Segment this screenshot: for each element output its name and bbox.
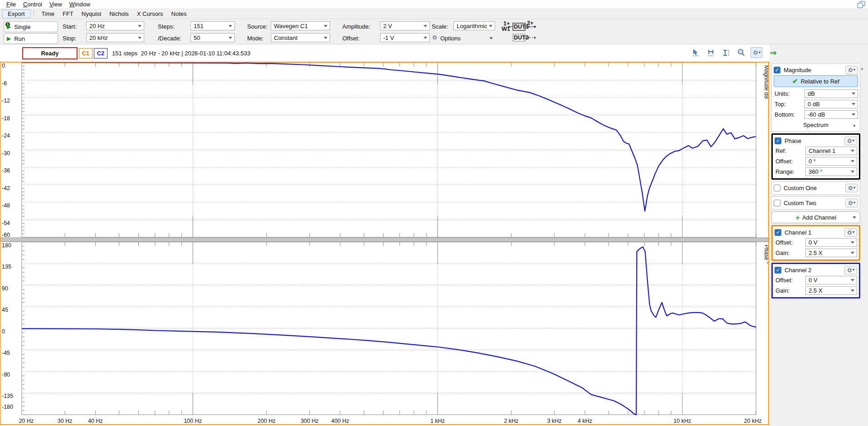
options-dropdown[interactable]: Options	[432, 33, 497, 43]
tab-nyquist[interactable]: Nyquist	[78, 10, 105, 18]
channel1-gain-combo[interactable]: 2.5 X	[805, 249, 857, 257]
svg-text:-12: -12	[2, 98, 10, 104]
single-button[interactable]: ▶1Single	[4, 21, 58, 32]
add-channel-label: Add Channel	[802, 214, 836, 221]
magnitude-title: Magnitude	[784, 67, 842, 73]
phase-checkbox[interactable]: ✓	[775, 137, 781, 144]
zoom-icon[interactable]	[736, 48, 746, 58]
custom-two-panel: Custom Two▾	[771, 196, 860, 210]
menu-window[interactable]: Window	[66, 0, 94, 8]
channel2-checkbox[interactable]: ✓	[775, 267, 781, 274]
workspace: Ready C1 C2 151 steps 20 Hz - 20 kHz | 2…	[0, 44, 868, 426]
magnitude-units-combo[interactable]: dB	[805, 89, 858, 98]
channel1-row: Gain:2.5 X	[775, 248, 857, 258]
vertical-cursor-icon[interactable]	[721, 48, 731, 58]
combo-offset[interactable]: -1 V	[380, 33, 430, 42]
phase-row: Range:360 °	[775, 166, 857, 177]
chevron-down-icon	[324, 37, 327, 39]
chevron-down-icon	[229, 37, 232, 39]
menu-control[interactable]: Control	[20, 0, 46, 8]
phase-ref-combo[interactable]: Channel 1	[805, 147, 857, 155]
chevron-down-icon	[852, 93, 855, 95]
phase-offset-combo[interactable]: 0 °	[805, 157, 857, 166]
field-label-source: Source:	[247, 21, 272, 31]
combo-value: Logarithmic	[457, 23, 487, 29]
combo-mode[interactable]: Constant	[271, 33, 330, 42]
magnitude-panel: ✓Magnitude▾✔Relative to RefUnits:dBTop:0…	[771, 64, 860, 132]
chevron-down-icon	[851, 279, 854, 281]
custom-two-gear-icon[interactable]: ▾	[845, 199, 858, 207]
chevron-down-icon	[851, 289, 854, 292]
combo-scale[interactable]: Logarithmic	[454, 21, 495, 30]
channel1-panel: ✓Channel 1▾Offset:0 VGain:2.5 X	[771, 225, 860, 261]
channel1-gear-icon[interactable]: ▾	[844, 228, 857, 237]
channel2-row-label: Offset:	[775, 277, 804, 284]
plot-settings-gear-icon[interactable]: ▾	[751, 47, 762, 58]
plot-splitter-handle[interactable]	[0, 238, 770, 242]
scroll-up-icon[interactable]: ▲	[860, 66, 864, 71]
chevron-down-icon	[229, 25, 232, 27]
magnitude-c2-c1-curve	[22, 63, 756, 211]
combo-steps[interactable]: 151	[190, 21, 235, 30]
svg-text:90: 90	[2, 285, 8, 292]
channel2-title: Channel 2	[785, 267, 841, 274]
combo-start[interactable]: 20 Hz	[86, 21, 144, 30]
float-window-icon[interactable]	[856, 0, 866, 9]
collapse-panel-icon[interactable]: ⇒	[770, 48, 776, 58]
phase-gear-icon[interactable]: ▾	[844, 137, 857, 145]
magnitude-gear-icon[interactable]: ▾	[845, 66, 858, 74]
status-bar: Ready C1 C2 151 steps 20 Hz - 20 kHz | 2…	[0, 44, 770, 62]
combo-value: 50	[194, 34, 200, 41]
channel1-status-badge[interactable]: C1	[79, 48, 93, 59]
chevron-down-icon	[138, 37, 141, 39]
channel1-row-label: Gain:	[775, 250, 804, 256]
tab-x-cursors[interactable]: X Cursors	[133, 10, 167, 18]
export-button[interactable]: Export	[2, 10, 31, 18]
phase-c2-vs-c1-curve	[22, 247, 756, 415]
custom-one-header: Custom One▾	[774, 183, 858, 193]
status-badge: Ready	[22, 47, 78, 59]
custom-one-checkbox[interactable]	[774, 185, 780, 191]
channel2-row: Gain:2.5 X	[775, 285, 857, 296]
tab-notes[interactable]: Notes	[167, 10, 191, 18]
magnitude-bottom-combo[interactable]: -60 dB	[805, 110, 858, 119]
spectrum-section-toggle[interactable]: Spectrum▾	[774, 120, 858, 130]
channel2-status-badge[interactable]: C2	[94, 48, 107, 59]
sweep-info-text: 151 steps 20 Hz - 20 kHz | 2026-01-10 11…	[112, 50, 250, 57]
magnitude-row-label: Top:	[774, 101, 803, 108]
tab-nichols[interactable]: Nichols	[105, 10, 133, 18]
custom-two-checkbox[interactable]	[774, 200, 780, 206]
combo-amplitude[interactable]: 2 V	[380, 21, 430, 30]
channel2-gear-icon[interactable]: ▾	[844, 266, 857, 274]
channel1-checkbox[interactable]: ✓	[775, 229, 781, 236]
svg-text:-54: -54	[2, 220, 10, 226]
relative-to-ref-label: Relative to Ref	[801, 78, 839, 85]
combo-source[interactable]: Wavegen C1	[271, 21, 330, 30]
magnitude-header: ✓Magnitude▾	[774, 65, 858, 75]
channel1-offset-combo[interactable]: 0 V	[805, 238, 857, 247]
menu-view[interactable]: View	[46, 0, 66, 8]
phase-range-combo[interactable]: 360 °	[805, 167, 857, 176]
channel2-offset-combo[interactable]: 0 V	[805, 276, 857, 284]
tab-fft[interactable]: FFT	[59, 10, 78, 18]
spectrum-label: Spectrum	[803, 122, 829, 128]
magnitude-row: Top:0 dB	[774, 99, 858, 109]
magnitude-top-combo[interactable]: 0 dB	[805, 100, 858, 108]
channel2-gain-combo[interactable]: 2.5 X	[805, 286, 857, 295]
combo-stop[interactable]: 20 kHz	[86, 33, 144, 42]
svg-text:-42: -42	[2, 185, 10, 191]
bode-chart[interactable]: 0-6-12-18-24-30-36-42-48-54-60Magnitude …	[0, 62, 770, 426]
menu-file[interactable]: File	[3, 0, 20, 8]
run-button[interactable]: ▶Run	[4, 33, 58, 44]
check-icon: ✔	[792, 77, 798, 85]
svg-text:-60: -60	[2, 232, 10, 238]
tab-time[interactable]: Time	[38, 10, 59, 18]
svg-text:1 kHz: 1 kHz	[430, 418, 445, 424]
horizontal-cursor-icon[interactable]	[706, 48, 717, 58]
magnitude-checkbox[interactable]: ✓	[774, 67, 780, 73]
combo-decade[interactable]: 50	[190, 33, 235, 42]
relative-to-ref-button[interactable]: ✔Relative to Ref	[774, 75, 858, 87]
cursor-normal-icon[interactable]	[691, 48, 702, 58]
custom-one-gear-icon[interactable]: ▾	[845, 184, 858, 192]
add-channel-button[interactable]: +Add Channel	[771, 211, 860, 223]
